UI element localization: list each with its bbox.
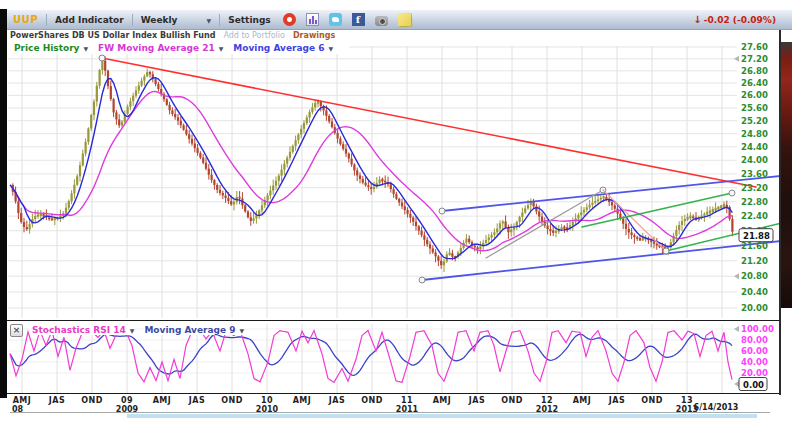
svg-text:12: 12 — [541, 396, 553, 405]
toolbar-divider — [46, 14, 47, 26]
svg-text:22.40: 22.40 — [741, 211, 768, 221]
svg-text:22.80: 22.80 — [741, 197, 768, 207]
chart-canvas: 27.6027.2026.8026.4026.0025.6025.2024.80… — [0, 0, 792, 429]
svg-text:JAS: JAS — [468, 396, 485, 405]
horizontal-scrollbar[interactable] — [127, 414, 757, 418]
timeframe-value: Weekly — [141, 15, 178, 25]
svg-text:OND: OND — [221, 396, 243, 405]
last-price-label: 21.88 — [739, 229, 773, 242]
close-indicator-button[interactable]: × — [10, 324, 23, 337]
svg-text:20.00: 20.00 — [741, 303, 768, 313]
change-value: -0.02 (-0.09%) — [704, 15, 776, 25]
candlesticks — [12, 56, 734, 272]
svg-text:AMJ: AMJ — [573, 396, 592, 405]
salmon-line[interactable] — [603, 190, 669, 254]
drawing-handle[interactable] — [729, 190, 735, 196]
chevron-down-icon[interactable]: ▼ — [130, 327, 135, 334]
legend-price-history[interactable]: Price History ▼ — [14, 43, 88, 53]
legend-label: Moving Average 6 — [233, 43, 324, 53]
svg-text:27.20: 27.20 — [741, 54, 768, 64]
axis-marker-icon — [734, 381, 739, 387]
chevron-down-icon[interactable]: ▼ — [207, 17, 212, 24]
stoch-rsi-line — [10, 330, 732, 382]
legend-fw-moving-average-21[interactable]: FW Moving Average 21 ▼ — [98, 43, 223, 53]
svg-text:20.40: 20.40 — [741, 287, 768, 297]
toolbar-icon-group: f — [283, 13, 411, 26]
legend-label: Price History — [14, 43, 79, 53]
app-bottom-border — [10, 412, 770, 413]
sticky-note-icon[interactable] — [397, 13, 411, 27]
svg-text:13: 13 — [681, 396, 693, 405]
chevron-down-icon[interactable]: ▼ — [329, 45, 334, 52]
svg-text:23.60: 23.60 — [741, 169, 768, 179]
green-upper-line[interactable] — [582, 190, 735, 227]
axis-marker-icon — [734, 273, 739, 279]
svg-text:24.80: 24.80 — [741, 129, 768, 139]
drawing-handle[interactable] — [439, 208, 445, 214]
timeframe-dropdown[interactable]: Weekly ▼ — [135, 15, 218, 25]
legend-label: Moving Average 9 — [144, 325, 235, 335]
drawing-handle[interactable] — [419, 277, 425, 283]
settings-button[interactable]: Settings — [222, 15, 276, 25]
ma-6-line — [10, 78, 732, 259]
svg-text:20.80: 20.80 — [741, 271, 768, 281]
legend-label: Stochastics RSI 14 — [32, 325, 126, 335]
svg-text:24.00: 24.00 — [741, 155, 768, 165]
drawings-menu[interactable]: Drawings — [293, 31, 335, 40]
svg-text:0.00: 0.00 — [743, 380, 764, 390]
svg-text:26.80: 26.80 — [741, 66, 768, 76]
svg-text:11: 11 — [401, 396, 413, 405]
chevron-down-icon[interactable]: ▼ — [83, 45, 88, 52]
price-axis-labels: 27.6027.2026.8026.4026.0025.6025.2024.80… — [734, 42, 768, 313]
svg-text:OND: OND — [81, 396, 103, 405]
svg-text:60.00: 60.00 — [741, 346, 768, 356]
twitter-icon[interactable] — [329, 13, 342, 26]
svg-text:26.00: 26.00 — [741, 90, 768, 100]
svg-text:AMJ: AMJ — [13, 396, 32, 405]
svg-text:27.60: 27.60 — [741, 42, 768, 52]
window-left-border — [0, 9, 7, 398]
symbol-subbar: PowerShares DB US Dollar Index Bullish F… — [7, 30, 792, 41]
svg-text:80.00: 80.00 — [741, 335, 768, 345]
background-window-strip — [781, 42, 792, 308]
legend-stochastics-rsi[interactable]: Stochastics RSI 14 ▼ — [32, 325, 134, 335]
chevron-down-icon[interactable]: ▼ — [240, 327, 245, 334]
app-window: 27.6027.2026.8026.4026.0025.6025.2024.80… — [0, 0, 792, 429]
svg-text:JAS: JAS — [188, 396, 205, 405]
legend-moving-average-6[interactable]: Moving Average 6 ▼ — [233, 43, 333, 53]
camera-icon[interactable] — [375, 16, 388, 26]
add-indicator-button[interactable]: Add Indicator — [49, 15, 130, 25]
chart-end-date: 6/14/2013 — [694, 403, 739, 412]
svg-text:JAS: JAS — [328, 396, 345, 405]
chevron-down-icon[interactable]: ▼ — [219, 45, 224, 52]
facebook-icon[interactable]: f — [352, 13, 365, 26]
drawing-handle[interactable] — [99, 55, 105, 61]
bar-chart-icon[interactable] — [306, 13, 319, 26]
down-arrow-icon: ↓ — [693, 14, 701, 25]
svg-text:OND: OND — [641, 396, 663, 405]
symbol-ticker[interactable]: UUP — [7, 14, 44, 25]
toolbar-divider — [132, 14, 133, 26]
svg-text:AMJ: AMJ — [153, 396, 172, 405]
svg-text:OND: OND — [361, 396, 383, 405]
alarm-clock-icon[interactable] — [283, 13, 296, 26]
svg-text:21.88: 21.88 — [743, 231, 770, 241]
add-to-portfolio-link[interactable]: Add to Portfolio — [223, 31, 285, 40]
legend-moving-average-9[interactable]: Moving Average 9 ▼ — [144, 325, 244, 335]
svg-text:23.20: 23.20 — [741, 183, 768, 193]
stochastics-lines — [10, 330, 732, 382]
gray-trend-line[interactable] — [486, 187, 606, 258]
price-change-indicator: ↓ -0.02 (-0.09%) — [693, 14, 776, 25]
svg-text:JAS: JAS — [48, 396, 65, 405]
svg-text:OND: OND — [501, 396, 523, 405]
svg-text:21.20: 21.20 — [741, 256, 768, 266]
legend-label: FW Moving Average 21 — [98, 43, 215, 53]
axis-marker-icon — [734, 326, 739, 332]
svg-text:26.40: 26.40 — [741, 78, 768, 88]
main-toolbar: UUP Add Indicator Weekly ▼ Settings f ↓ … — [7, 10, 792, 30]
drawing-handle[interactable] — [663, 248, 669, 254]
svg-text:JAS: JAS — [608, 396, 625, 405]
price-pane-legend: Price History ▼ FW Moving Average 21 ▼ M… — [7, 42, 349, 54]
indicator-pane-legend: × Stochastics RSI 14 ▼ Moving Average 9 … — [7, 324, 254, 336]
svg-text:AMJ: AMJ — [433, 396, 452, 405]
